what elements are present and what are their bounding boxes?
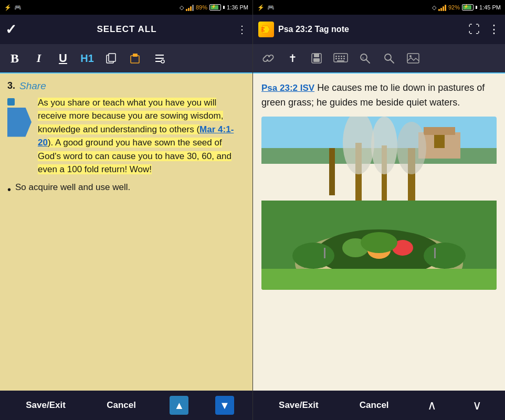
signal-bar-4 xyxy=(192,5,194,11)
svg-point-42 xyxy=(397,122,426,174)
android-icon: 🎮 xyxy=(14,4,22,11)
svg-rect-39 xyxy=(329,148,335,195)
right-signal-bars xyxy=(438,4,446,11)
chevron-down-btn[interactable]: ∨ xyxy=(468,396,487,415)
svg-point-30 xyxy=(409,55,412,57)
svg-line-28 xyxy=(391,60,394,63)
r-signal-bar-1 xyxy=(438,9,440,11)
verse-reference[interactable]: Psa 23:2 ISV xyxy=(261,83,314,93)
right-content-area: Psa 23:2 ISV He causes me to lie down in… xyxy=(253,74,505,391)
signal-bar-2 xyxy=(188,8,190,11)
svg-rect-22 xyxy=(343,58,345,60)
bullet-item-1: As you share or teach what you have you … xyxy=(7,96,245,176)
bullet-text-1: As you share or teach what you have you … xyxy=(38,98,234,175)
time-left: 1:36 PM xyxy=(227,4,248,10)
bullet-dot-item: • So acquire well and use well. xyxy=(7,181,245,197)
checkmark-icon[interactable]: ✓ xyxy=(5,22,17,38)
svg-point-7 xyxy=(161,60,164,63)
right-status-bar: ⚡ 🎮 ◇ 92% ⚡ 1:45 PM xyxy=(253,0,505,15)
svg-rect-2 xyxy=(131,56,139,63)
battery-percent-right: 92% xyxy=(448,4,460,10)
h1-btn[interactable]: H1 xyxy=(77,48,98,69)
left-panel: ⚡ 🎮 ◇ 89% ⚡ 1:36 PM ✓ SELECT ALL ⋮ xyxy=(0,0,252,420)
battery-icon-left: ⚡ xyxy=(209,4,221,10)
down-arrow-btn[interactable]: ▼ xyxy=(215,396,234,415)
svg-rect-34 xyxy=(424,127,455,135)
app-icon xyxy=(258,22,274,37)
diamond-icon-right: ◇ xyxy=(432,4,436,11)
svg-rect-23 xyxy=(337,60,344,61)
right-toolbar-title: Psa 23:2 Tag note xyxy=(278,25,464,34)
copy-btn[interactable] xyxy=(101,48,122,69)
bold-btn[interactable]: B xyxy=(4,48,25,69)
right-status-right: ◇ 92% ⚡ 1:45 PM xyxy=(432,4,501,11)
svg-rect-55 xyxy=(324,248,325,258)
chevron-up-btn[interactable]: ∧ xyxy=(423,396,441,415)
svg-rect-56 xyxy=(434,248,436,258)
right-panel: ⚡ 🎮 ◇ 92% ⚡ 1:45 PM xyxy=(252,0,505,420)
svg-rect-20 xyxy=(338,58,340,60)
usb-icon: ⚡ xyxy=(4,4,12,11)
arrow-shape xyxy=(7,108,31,137)
left-content-area: 3. Share As you share or teach what you … xyxy=(0,74,252,391)
zoom-search-btn[interactable]: + xyxy=(354,48,376,69)
paste-btn[interactable] xyxy=(125,48,146,69)
svg-point-41 xyxy=(371,117,397,174)
search-btn[interactable] xyxy=(378,48,400,69)
svg-rect-19 xyxy=(335,58,337,60)
right-cancel-btn[interactable]: Cancel xyxy=(352,396,396,415)
left-status-bar: ⚡ 🎮 ◇ 89% ⚡ 1:36 PM xyxy=(0,0,252,15)
expand-icon[interactable]: ⛶ xyxy=(468,23,480,36)
image-btn[interactable] xyxy=(402,48,424,69)
left-status-icons: ⚡ 🎮 xyxy=(4,4,22,11)
list-btn[interactable] xyxy=(149,48,170,69)
link-btn[interactable] xyxy=(257,48,279,69)
svg-point-52 xyxy=(424,243,466,269)
left-save-exit-btn[interactable]: Save/Exit xyxy=(18,396,73,415)
right-status-icons: ⚡ 🎮 xyxy=(257,4,275,11)
svg-rect-35 xyxy=(434,135,445,148)
up-arrow-btn[interactable]: ▲ xyxy=(170,396,188,415)
bullet-dot: • xyxy=(7,182,11,197)
select-all-label: SELECT ALL xyxy=(22,24,232,35)
left-cancel-btn[interactable]: Cancel xyxy=(99,396,143,415)
content-number: 3. xyxy=(7,79,15,93)
battery-tip-right xyxy=(476,6,477,9)
second-bullet-text: So acquire well and use well. xyxy=(15,181,130,194)
battery-tip-left xyxy=(223,6,225,9)
diamond-icon: ◇ xyxy=(180,4,184,11)
svg-line-25 xyxy=(366,60,370,63)
usb-icon-right: ⚡ xyxy=(257,4,265,11)
right-toolbar: Psa 23:2 Tag note ⛶ ⋮ xyxy=(253,15,505,44)
italic-btn[interactable]: I xyxy=(28,48,49,69)
floppy-btn[interactable] xyxy=(306,48,328,69)
svg-text:+: + xyxy=(362,56,364,60)
svg-rect-16 xyxy=(338,56,340,57)
left-status-right: ◇ 89% ⚡ 1:36 PM xyxy=(180,4,248,11)
cross-btn[interactable]: ✝ xyxy=(281,48,303,69)
svg-rect-21 xyxy=(341,58,342,60)
left-format-toolbar: B I U H1 xyxy=(0,44,252,74)
underline-btn[interactable]: U xyxy=(52,48,73,69)
android-icon-right: 🎮 xyxy=(267,4,275,11)
garden-image xyxy=(261,117,497,290)
svg-rect-18 xyxy=(343,56,345,57)
right-save-exit-btn[interactable]: Save/Exit xyxy=(271,396,326,415)
keyboard-btn[interactable] xyxy=(330,48,352,69)
highlighted-text: As you share or teach what you have you … xyxy=(38,98,223,134)
time-right: 1:45 PM xyxy=(479,4,501,10)
battery-icon-right: ⚡ xyxy=(462,4,474,10)
left-toolbar: ✓ SELECT ALL ⋮ xyxy=(0,15,252,44)
right-bottom-bar: Save/Exit Cancel ∧ ∨ xyxy=(253,391,505,420)
highlighted-text-2: ). A good ground you have sown the seed … xyxy=(38,138,232,174)
svg-point-40 xyxy=(343,117,374,174)
left-toolbar-menu-icon[interactable]: ⋮ xyxy=(237,23,247,36)
svg-rect-17 xyxy=(341,56,342,57)
share-heading: Share xyxy=(19,79,46,94)
right-menu-icon[interactable]: ⋮ xyxy=(488,23,500,36)
svg-rect-13 xyxy=(313,58,320,62)
r-signal-bar-2 xyxy=(440,8,442,11)
bullet-content-1: As you share or teach what you have you … xyxy=(38,96,245,176)
left-bottom-bar: Save/Exit Cancel ▲ ▼ xyxy=(0,391,252,420)
battery-percent-left: 89% xyxy=(196,4,207,10)
